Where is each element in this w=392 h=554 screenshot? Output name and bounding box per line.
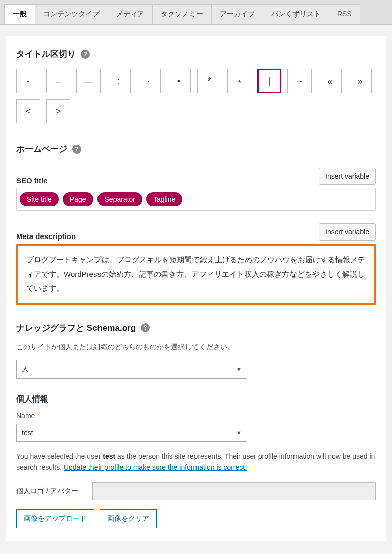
- insert-variable-button[interactable]: Insert variable: [319, 168, 376, 185]
- separator-option[interactable]: »: [348, 69, 372, 93]
- select-value: test: [22, 429, 33, 437]
- variable-pill[interactable]: Site title: [20, 192, 59, 206]
- knowledge-graph-label: ナレッジグラフと Schema.org: [16, 322, 136, 334]
- variable-pill[interactable]: Tagline: [146, 192, 182, 206]
- name-label: Name: [16, 412, 376, 420]
- separator-option-selected[interactable]: |: [257, 69, 281, 93]
- seo-title-row: SEO title Insert variable: [16, 168, 376, 185]
- meta-description-row: Meta description Insert variable: [16, 223, 376, 241]
- tab-archives[interactable]: アーカイブ: [211, 4, 263, 24]
- separator-option[interactable]: ~: [287, 69, 312, 93]
- tab-taxonomies[interactable]: タクソノミー: [152, 4, 212, 24]
- help-icon[interactable]: ?: [72, 145, 81, 154]
- separator-option[interactable]: —: [76, 69, 101, 93]
- meta-description-input[interactable]: ブログブートキャンプは、ブログスキルを短期間で鍛え上げるためのノウハウをお届けす…: [16, 244, 376, 305]
- help-icon[interactable]: ?: [81, 50, 90, 59]
- logo-path-input[interactable]: [92, 482, 376, 500]
- knowledge-graph-heading: ナレッジグラフと Schema.org ?: [16, 322, 376, 334]
- chevron-down-icon: ▼: [236, 366, 242, 372]
- separator-option[interactable]: –: [46, 69, 70, 93]
- upload-image-button[interactable]: 画像をアップロード: [16, 509, 94, 528]
- tab-rss[interactable]: RSS: [329, 4, 360, 24]
- homepage-label: ホームページ: [16, 143, 67, 155]
- personal-info-heading: 個人情報: [16, 394, 376, 405]
- profile-note: You have selected the user test as the p…: [16, 451, 376, 473]
- entity-type-select[interactable]: 人 ▼: [16, 360, 247, 379]
- knowledge-graph-hint: このサイトが個人または組織のどちらのものかを選択してください。: [16, 343, 376, 352]
- separator-option[interactable]: >: [46, 99, 70, 123]
- name-select[interactable]: test ▼: [16, 424, 247, 442]
- logo-label: 個人ロゴ / アバター: [16, 487, 78, 496]
- tab-content-types[interactable]: コンテンツタイプ: [35, 4, 108, 24]
- variable-pill[interactable]: Separator: [97, 192, 142, 206]
- seo-title-input[interactable]: Site title Page Separator Tagline: [16, 188, 376, 211]
- meta-description-label: Meta description: [16, 232, 76, 241]
- separator-option[interactable]: <: [16, 99, 40, 123]
- logo-row: 個人ロゴ / アバター: [16, 482, 376, 500]
- select-value: 人: [22, 365, 29, 374]
- chevron-down-icon: ▼: [236, 430, 242, 436]
- separator-option[interactable]: *: [197, 69, 221, 93]
- title-separator-label: タイトル区切り: [16, 48, 76, 60]
- logo-button-row: 画像をアップロード 画像をクリア: [16, 509, 376, 528]
- homepage-heading: ホームページ ?: [16, 143, 376, 155]
- separator-option[interactable]: -: [16, 69, 40, 93]
- note-username: test: [103, 452, 115, 460]
- clear-image-button[interactable]: 画像をクリア: [100, 509, 157, 528]
- help-icon[interactable]: ?: [141, 323, 150, 332]
- separator-option[interactable]: •: [167, 69, 191, 93]
- separator-option[interactable]: :: [107, 69, 131, 93]
- variable-pill[interactable]: Page: [63, 192, 93, 206]
- separator-option[interactable]: ⋆: [227, 69, 251, 93]
- tab-bar: 一般 コンテンツタイプ メディア タクソノミー アーカイブ パンくずリスト RS…: [0, 0, 392, 25]
- tab-general[interactable]: 一般: [4, 4, 35, 24]
- tab-media[interactable]: メディア: [108, 4, 153, 24]
- seo-title-label: SEO title: [16, 176, 48, 185]
- separator-option[interactable]: ·: [137, 69, 161, 93]
- separator-option[interactable]: «: [318, 69, 342, 93]
- insert-variable-button[interactable]: Insert variable: [319, 223, 376, 241]
- separator-grid: - – — : · • * ⋆ | ~ « » < >: [16, 69, 376, 123]
- settings-panel: タイトル区切り ? - – — : · • * ⋆ | ~ « » < > ホー…: [6, 36, 386, 541]
- update-profile-link[interactable]: Update their profile to make sure the in…: [64, 463, 247, 471]
- title-separator-heading: タイトル区切り ?: [16, 48, 376, 60]
- note-text: You have selected the user: [16, 452, 103, 460]
- tab-breadcrumbs[interactable]: パンくずリスト: [263, 4, 329, 24]
